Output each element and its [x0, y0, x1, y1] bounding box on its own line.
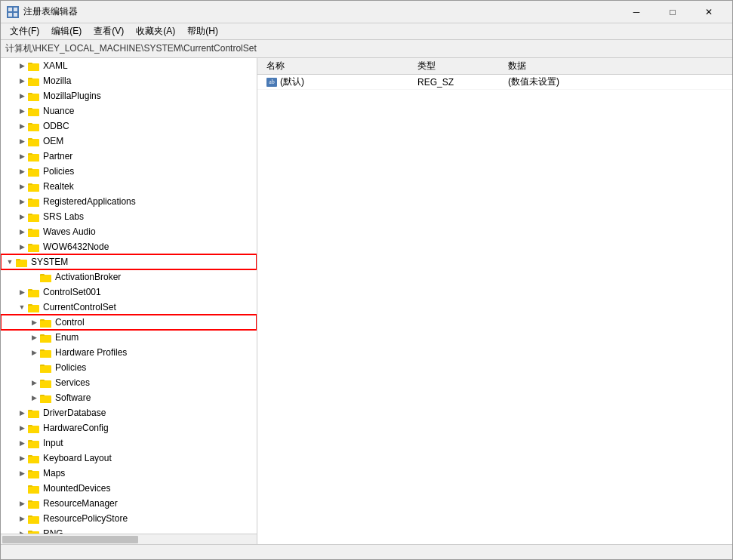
tree-arrow-mounteddevices[interactable] — [16, 482, 28, 494]
tree-item-policies[interactable]: Policies — [1, 164, 257, 179]
tree-arrow-hardwareprofiles[interactable] — [28, 346, 40, 358]
tree-arrow-resourcepolicystore[interactable] — [16, 512, 28, 525]
tree-arrow-currentcontrolset[interactable] — [16, 301, 28, 313]
tree-label-mounteddevices: MountedDevices — [43, 483, 110, 494]
menu-item-帮助(H)[interactable]: 帮助(H) — [181, 23, 224, 39]
svg-rect-39 — [28, 185, 39, 192]
folder-icon-policies — [28, 165, 40, 177]
folder-icon-software — [40, 392, 52, 404]
svg-rect-103 — [28, 426, 39, 433]
tree-scroll[interactable]: XAMLMozillaMozillaPluginsNuanceODBCOEMPa… — [1, 58, 257, 534]
tree-arrow-oem[interactable] — [16, 135, 28, 147]
tree-arrow-control[interactable] — [28, 316, 40, 328]
tree-arrow-nuance[interactable] — [16, 105, 28, 117]
tree-item-input[interactable]: Input — [1, 435, 257, 451]
svg-rect-11 — [28, 79, 39, 86]
tree-item-resourcemanager[interactable]: ResourceManager — [1, 496, 257, 511]
tree-arrow-xaml[interactable] — [16, 60, 28, 72]
tree-arrow-rng[interactable] — [16, 528, 28, 534]
tree-arrow-system[interactable] — [4, 256, 16, 268]
tree-arrow-wavesaudio[interactable] — [16, 226, 28, 238]
svg-rect-95 — [40, 396, 51, 403]
tree-arrow-input[interactable] — [16, 437, 28, 449]
menu-item-编辑(E)[interactable]: 编辑(E) — [45, 23, 88, 39]
tree-arrow-controlset001[interactable] — [16, 286, 28, 298]
minimize-button[interactable]: ─ — [619, 1, 654, 23]
tree-item-mounteddevices[interactable]: MountedDevices — [1, 481, 257, 496]
tree-label-resourcepolicystore: ResourcePolicyStore — [43, 513, 128, 524]
menu-item-查看(V)[interactable]: 查看(V) — [88, 23, 130, 39]
tree-item-odbc[interactable]: ODBC — [1, 118, 257, 134]
tree-item-oem[interactable]: OEM — [1, 134, 257, 149]
tree-item-keyboardlayout[interactable]: Keyboard Layout — [1, 451, 257, 466]
tree-item-registeredapps[interactable]: RegisteredApplications — [1, 194, 257, 209]
tree-item-policies2[interactable]: Policies — [1, 360, 257, 375]
tree-item-mozillaplugins[interactable]: MozillaPlugins — [1, 88, 257, 103]
horizontal-scrollbar[interactable] — [1, 534, 257, 544]
tree-arrow-srslabs[interactable] — [16, 211, 28, 223]
svg-rect-119 — [28, 487, 39, 494]
maximize-button[interactable]: □ — [655, 1, 690, 23]
folder-icon-wavesaudio — [28, 226, 40, 238]
tree-arrow-keyboardlayout[interactable] — [16, 452, 28, 464]
tree-item-resourcepolicystore[interactable]: ResourcePolicyStore — [1, 511, 257, 526]
tree-label-mozillaplugins: MozillaPlugins — [43, 91, 101, 101]
tree-arrow-odbc[interactable] — [16, 120, 28, 132]
tree-item-srslabs[interactable]: SRS Labs — [1, 209, 257, 224]
svg-rect-59 — [16, 260, 27, 267]
tree-item-control[interactable]: Control — [1, 315, 257, 330]
tree-arrow-mozillaplugins[interactable] — [16, 90, 28, 102]
tree-label-hardwareconfig: HardwareConfig — [43, 423, 109, 433]
tree-item-hardwareprofiles[interactable]: Hardware Profiles — [1, 345, 257, 360]
folder-icon-enum — [40, 331, 52, 343]
tree-arrow-policies[interactable] — [16, 165, 28, 177]
svg-rect-99 — [28, 411, 39, 418]
tree-item-wavesaudio[interactable]: Waves Audio — [1, 224, 257, 239]
tree-item-xaml[interactable]: XAML — [1, 58, 257, 73]
folder-icon-mozillaplugins — [28, 90, 40, 102]
tree-arrow-policies2[interactable] — [28, 362, 40, 374]
tree-arrow-activationbroker[interactable] — [28, 271, 40, 283]
detail-name-text: (默认) — [280, 75, 304, 88]
tree-arrow-registeredapps[interactable] — [16, 195, 28, 208]
tree-item-wow6432node[interactable]: WOW6432Node — [1, 239, 257, 254]
tree-item-system[interactable]: SYSTEM — [1, 254, 257, 269]
tree-item-realtek[interactable]: Realtek — [1, 179, 257, 194]
tree-arrow-resourcemanager[interactable] — [16, 497, 28, 509]
detail-row[interactable]: ab(默认)REG_SZ(数值未设置) — [257, 75, 732, 90]
folder-icon-odbc — [28, 120, 40, 132]
menu-item-文件(F)[interactable]: 文件(F) — [4, 23, 45, 39]
tree-arrow-services[interactable] — [28, 377, 40, 389]
tree-arrow-maps[interactable] — [16, 467, 28, 479]
tree-arrow-enum[interactable] — [28, 331, 40, 343]
address-bar: 计算机\HKEY_LOCAL_MACHINE\SYSTEM\CurrentCon… — [1, 40, 732, 58]
tree-arrow-driverdatabase[interactable] — [16, 407, 28, 419]
window-title: 注册表编辑器 — [23, 5, 78, 18]
tree-arrow-software[interactable] — [28, 392, 40, 404]
tree-item-software[interactable]: Software — [1, 390, 257, 405]
tree-item-controlset001[interactable]: ControlSet001 — [1, 285, 257, 300]
tree-item-enum[interactable]: Enum — [1, 330, 257, 345]
tree-item-hardwareconfig[interactable]: HardwareConfig — [1, 420, 257, 435]
tree-item-driverdatabase[interactable]: DriverDatabase — [1, 405, 257, 420]
tree-arrow-realtek[interactable] — [16, 180, 28, 192]
tree-label-currentcontrolset: CurrentControlSet — [43, 302, 116, 312]
close-button[interactable]: ✕ — [691, 1, 726, 23]
tree-item-partner[interactable]: Partner — [1, 149, 257, 164]
tree-item-rng[interactable]: RNG — [1, 526, 257, 534]
tree-arrow-wow6432node[interactable] — [16, 241, 28, 253]
tree-item-currentcontrolset[interactable]: CurrentControlSet — [1, 300, 257, 315]
tree-item-mozilla[interactable]: Mozilla — [1, 73, 257, 88]
folder-icon-keyboardlayout — [28, 452, 40, 464]
tree-arrow-mozilla[interactable] — [16, 75, 28, 87]
tree-label-policies2: Policies — [55, 362, 86, 373]
tree-item-nuance[interactable]: Nuance — [1, 103, 257, 118]
folder-icon-nuance — [28, 105, 40, 117]
tree-item-services[interactable]: Services — [1, 375, 257, 390]
tree-item-activationbroker[interactable]: ActivationBroker — [1, 269, 257, 285]
menu-item-收藏夹(A)[interactable]: 收藏夹(A) — [130, 23, 181, 39]
tree-arrow-hardwareconfig[interactable] — [16, 422, 28, 434]
tree-arrow-partner[interactable] — [16, 150, 28, 162]
tree-item-maps[interactable]: Maps — [1, 466, 257, 481]
folder-icon-xaml — [28, 60, 40, 72]
